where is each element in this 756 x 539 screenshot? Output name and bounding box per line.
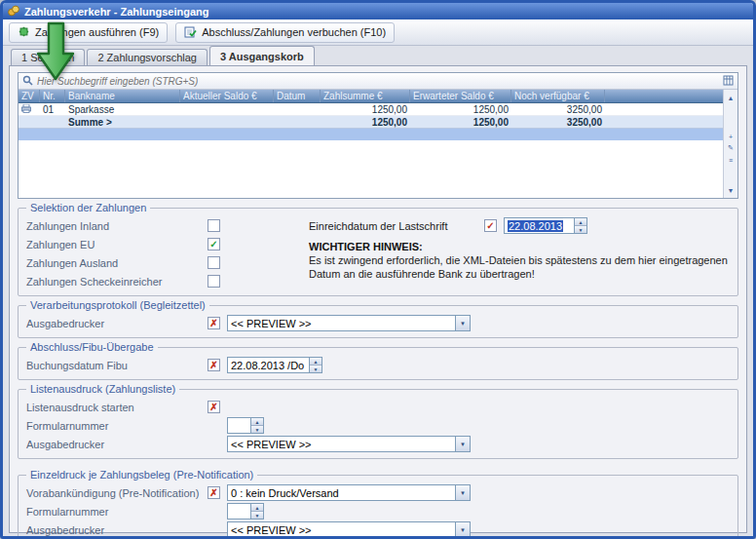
checkbox-ausgabedrucker-1[interactable]: ✗ (208, 317, 220, 329)
row-erwarteter-saldo: 1250,00 (410, 104, 511, 115)
dropdown-arrow-icon[interactable]: ▼ (455, 522, 470, 537)
einreichdatum-value: 22.08.2013 (508, 220, 563, 232)
tab-ausgangskorb-label: 3 Ausgangskorb (220, 51, 304, 62)
hinweis-title: WICHTIGER HINWEIS: (309, 241, 730, 252)
formularnummer-field-2[interactable]: ▲▼ (227, 503, 264, 520)
label-formularnummer-2: Formularnummer (26, 506, 208, 518)
tab-zahlungsvorschlag[interactable]: 2 Zahlungsvorschlag (87, 49, 208, 65)
section-selektion-title: Selektion der Zahlungen (26, 202, 150, 213)
ausgabedrucker-value-1: << PREVIEW >> (228, 316, 455, 330)
table-row[interactable]: 01 Sparkasse 1250,00 1250,00 3250,00 (19, 103, 723, 116)
buchungsdatum-field[interactable]: 22.08.2013 /Do ▲▼ (227, 357, 322, 373)
search-icon (22, 75, 33, 88)
formularnummer-spinner-2[interactable]: ▲▼ (250, 504, 263, 519)
search-input[interactable] (37, 76, 719, 87)
table-nav-up-icon[interactable]: ▲ (725, 92, 737, 103)
hinweis-line-2: Datum an die ausführende Bank zu übertra… (309, 268, 730, 280)
tab-bar: 1 Selektion 2 Zahlungsvorschlag 3 Ausgan… (3, 46, 753, 65)
formularnummer-spinner-1[interactable]: ▲▼ (250, 418, 263, 433)
label-listenausdruck-starten: Listenausdruck starten (26, 402, 208, 413)
table-search-row (19, 73, 737, 90)
tab-ausgangskorb[interactable]: 3 Ausgangskorb (209, 46, 315, 65)
table-side-toolbar: ▲ + ✎ ≡ ▼ (723, 90, 737, 198)
label-einreichdatum: Einreichdatum der Lastschrift (309, 220, 484, 232)
label-ausgabedrucker-1: Ausgabedrucker (26, 318, 208, 329)
checkbox-zahlungen-inland[interactable] (208, 219, 220, 232)
dropdown-arrow-icon[interactable]: ▼ (455, 316, 470, 330)
execute-payments-icon (18, 25, 30, 40)
column-header-aktueller-saldo[interactable]: Aktueller Saldo € (180, 90, 274, 102)
app-window: Zahlungsverkehr - Zahlungseingang Zahlun… (0, 0, 756, 539)
table-list-icon[interactable]: ≡ (725, 154, 737, 166)
checkbox-listenausdruck-starten[interactable]: ✗ (208, 401, 220, 413)
ausgabedrucker-select-2[interactable]: << PREVIEW >> ▼ (227, 436, 471, 452)
column-header-noch-verfuegbar[interactable]: Noch verfügbar € (511, 90, 605, 102)
table-selected-row[interactable] (19, 129, 723, 140)
execute-payments-button[interactable]: Zahlungen ausführen (F9) (9, 22, 168, 43)
label-zahlungen-scheckeinreicher: Zahlungen Scheckeinreicher (26, 276, 208, 288)
einreichdatum-field[interactable]: 22.08.2013 ▲▼ (504, 217, 587, 234)
summe-zahlsumme: 1250,00 (321, 117, 410, 128)
row-noch-verfuegbar: 3250,00 (511, 104, 605, 115)
post-payments-label: Abschluss/Zahlungen verbuchen (F10) (202, 26, 386, 38)
label-zahlungen-inland: Zahlungen Inland (26, 220, 208, 232)
checkbox-zahlungen-ausland[interactable] (208, 256, 220, 269)
ausgabedrucker-value-2: << PREVIEW >> (228, 437, 455, 451)
summe-erwarteter-saldo: 1250,00 (410, 117, 511, 128)
column-header-zv[interactable]: ZV (19, 90, 40, 102)
label-formularnummer-1: Formularnummer (26, 420, 208, 432)
vorabankuendigung-value: 0 : kein Druck/Versand (228, 485, 455, 500)
column-header-erwarteter-saldo[interactable]: Erwarteter Saldo € (410, 90, 511, 102)
checkbox-zahlungen-eu[interactable]: ✓ (208, 238, 220, 250)
table-edit-icon[interactable]: ✎ (725, 142, 737, 154)
formularnummer-field-1[interactable]: ▲▼ (227, 417, 264, 434)
row-nr: 01 (40, 104, 65, 115)
table-add-icon[interactable]: + (725, 131, 737, 142)
post-payments-icon (184, 25, 197, 40)
checkbox-vorabankuendigung[interactable]: ✗ (208, 486, 220, 499)
hinweis-line-1: Es ist zwingend erforderlich, die XML-Da… (309, 254, 730, 266)
label-zahlungen-ausland: Zahlungen Ausland (26, 257, 208, 269)
vorabankuendigung-select[interactable]: 0 : kein Druck/Versand ▼ (227, 484, 471, 501)
row-print-icon (19, 104, 40, 115)
einreichdatum-spinner[interactable]: ▲▼ (574, 218, 586, 233)
label-vorabankuendigung: Vorabankündigung (Pre-Notification) (26, 487, 208, 499)
section-abschluss-fibu-title: Abschluss/Fibu-Übergabe (26, 341, 158, 353)
section-verarbeitungsprotokoll: Verarbeitungsprotokoll (Begleitzettel) A… (18, 305, 738, 338)
row-zahlsumme: 1250,00 (321, 104, 410, 115)
column-header-datum[interactable]: Datum (274, 90, 321, 102)
titlebar: Zahlungsverkehr - Zahlungseingang (3, 3, 753, 19)
checkbox-zahlungen-scheckeinreicher[interactable] (208, 275, 220, 288)
row-bankname: Sparkasse (65, 104, 180, 115)
dropdown-arrow-icon[interactable]: ▼ (455, 437, 470, 451)
buchungsdatum-value: 22.08.2013 /Do (228, 358, 309, 372)
table-header: ZV Nr. Bankname Aktueller Saldo € Datum … (19, 90, 723, 103)
content-panel: ZV Nr. Bankname Aktueller Saldo € Datum … (9, 65, 747, 533)
table-nav-down-icon[interactable]: ▼ (725, 184, 737, 196)
column-header-bankname[interactable]: Bankname (65, 90, 180, 102)
buchungsdatum-spinner[interactable]: ▲▼ (309, 358, 321, 372)
post-payments-button[interactable]: Abschluss/Zahlungen verbuchen (F10) (175, 22, 395, 43)
formularnummer-value-2 (228, 504, 250, 519)
dropdown-arrow-icon[interactable]: ▼ (455, 485, 470, 500)
checkbox-buchungsdatum-fibu[interactable]: ✗ (208, 359, 220, 371)
section-selektion: Selektion der Zahlungen Zahlungen Inland… (18, 208, 738, 296)
column-header-nr[interactable]: Nr. (40, 90, 65, 102)
section-einzeldruck: Einzeldruck je Zahlungsbeleg (Pre-Notifi… (18, 475, 738, 539)
window-title: Zahlungsverkehr - Zahlungseingang (24, 6, 208, 18)
section-listenausdruck: Listenausdruck (Zahlungsliste) Listenaus… (18, 389, 738, 459)
formularnummer-value-1 (228, 418, 250, 433)
green-arrow-pointer (36, 21, 75, 84)
column-header-zahlsumme[interactable]: Zahlsumme € (321, 90, 410, 102)
ausgabedrucker-select-3[interactable]: << PREVIEW >> ▼ (227, 521, 471, 538)
ausgabedrucker-select-1[interactable]: << PREVIEW >> ▼ (227, 315, 471, 331)
section-listenausdruck-title: Listenausdruck (Zahlungsliste) (26, 383, 179, 395)
checkbox-einreichdatum[interactable]: ✓ (484, 219, 497, 232)
column-options-icon[interactable] (723, 75, 734, 88)
section-verarbeitungsprotokoll-title: Verarbeitungsprotokoll (Begleitzettel) (26, 299, 209, 311)
summe-label: Summe > (65, 117, 180, 128)
label-zahlungen-eu: Zahlungen EU (26, 239, 208, 250)
label-ausgabedrucker-2: Ausgabedrucker (26, 439, 208, 450)
app-icon (8, 5, 19, 19)
label-ausgabedrucker-3: Ausgabedrucker (26, 524, 208, 536)
